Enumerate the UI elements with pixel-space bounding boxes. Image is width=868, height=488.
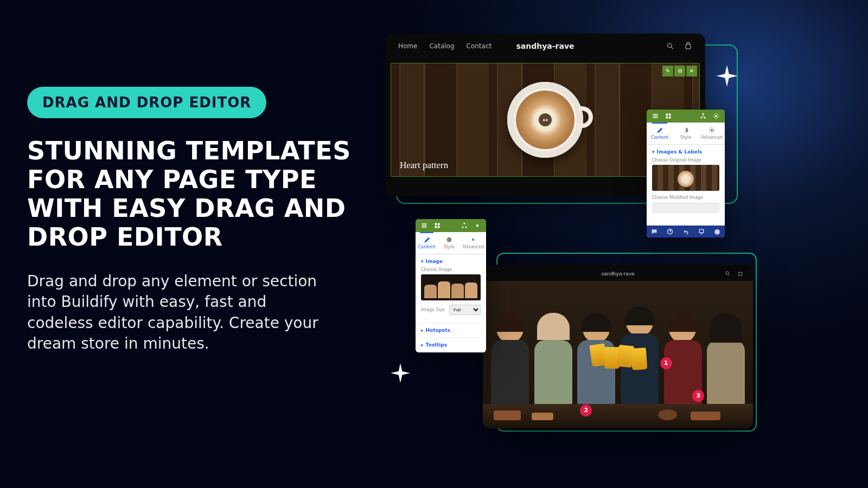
svg-rect-15: [435, 223, 437, 226]
save-icon[interactable]: [714, 228, 720, 235]
section-tooltips[interactable]: ▸ Tooltips: [421, 342, 481, 348]
compare-handle[interactable]: ↔: [539, 113, 552, 126]
svg-point-22: [476, 224, 479, 227]
search-icon[interactable]: [666, 41, 674, 51]
gear-icon[interactable]: [713, 113, 719, 119]
svg-rect-14: [699, 229, 704, 233]
editor-panel-a: Content Style Advanced ▾ Images & Labels…: [647, 110, 725, 237]
label-original-image: Choose Original Image: [652, 158, 719, 163]
svg-point-20: [462, 227, 464, 228]
tree-icon[interactable]: [461, 222, 468, 229]
image-thumb[interactable]: [421, 274, 481, 300]
store-brand-2: sandhya-rave: [601, 271, 635, 277]
tab-advanced[interactable]: Advanced: [461, 232, 487, 254]
svg-point-11: [711, 129, 713, 132]
sparkle-icon: [391, 363, 410, 387]
svg-point-9: [715, 115, 717, 117]
grid-icon[interactable]: [434, 222, 441, 229]
svg-rect-17: [435, 226, 437, 228]
cart-icon[interactable]: [737, 270, 743, 277]
section-hotspots[interactable]: ▸ Hotspots: [421, 328, 481, 333]
menu-icon[interactable]: [652, 113, 659, 119]
svg-point-19: [464, 223, 465, 224]
svg-point-23: [446, 237, 451, 242]
image-size-select[interactable]: Full: [449, 305, 481, 315]
tab-content[interactable]: Content: [647, 123, 673, 144]
undo-icon[interactable]: [682, 228, 689, 235]
svg-rect-18: [438, 226, 440, 228]
menu-icon[interactable]: [421, 222, 427, 229]
svg-point-24: [472, 239, 475, 241]
svg-rect-5: [669, 117, 671, 119]
headline: STUNNING TEMPLATES FOR ANY PAGE TYPE WIT…: [27, 137, 374, 252]
duplicate-icon[interactable]: ⧉: [674, 66, 685, 76]
search-icon[interactable]: [725, 270, 731, 277]
nav-catalog[interactable]: Catalog: [429, 42, 454, 50]
editor-panel-b: Content Style Advanced ▾ Image Choose Im…: [416, 219, 486, 352]
label-modified-image: Choose Modified Image: [652, 195, 719, 200]
svg-rect-4: [666, 117, 668, 119]
tab-advanced[interactable]: Advanced: [699, 123, 725, 144]
tree-icon[interactable]: [700, 113, 706, 119]
friends-image[interactable]: 1 2 3: [483, 281, 753, 428]
svg-point-0: [668, 43, 672, 48]
tab-content[interactable]: Content: [416, 232, 438, 254]
label-choose-image: Choose Image: [421, 267, 481, 272]
tab-style[interactable]: Style: [438, 232, 460, 254]
nav-home[interactable]: Home: [398, 42, 417, 50]
nav-contact[interactable]: Contact: [467, 42, 492, 50]
original-image-thumb[interactable]: [652, 165, 719, 191]
delete-icon[interactable]: ✕: [686, 66, 697, 76]
svg-rect-2: [666, 114, 668, 116]
device-icon[interactable]: [698, 228, 705, 235]
grid-icon[interactable]: [665, 113, 672, 119]
svg-rect-26: [738, 272, 742, 275]
cart-icon[interactable]: [684, 41, 692, 51]
svg-point-21: [465, 227, 467, 228]
gear-icon[interactable]: [474, 222, 481, 229]
svg-rect-3: [669, 114, 671, 116]
label-image-size: Image Size: [421, 307, 445, 312]
feature-badge: DRAG AND DROP EDITOR: [27, 87, 266, 118]
section-images-labels[interactable]: ▾ Images & Labels: [652, 149, 719, 155]
svg-rect-1: [686, 44, 691, 49]
modified-image-thumb[interactable]: [652, 202, 719, 213]
svg-point-25: [726, 272, 729, 275]
section-image[interactable]: ▾ Image: [421, 259, 481, 264]
svg-rect-16: [438, 223, 440, 226]
chat-icon[interactable]: [651, 228, 658, 235]
description: Drag and drop any element or section int…: [27, 271, 331, 355]
preview-window-2: sandhya-rave 1 2 3: [483, 265, 753, 428]
svg-point-6: [703, 113, 704, 115]
help-icon[interactable]: [667, 228, 673, 235]
edit-icon[interactable]: ✎: [662, 66, 673, 76]
store-brand: sandhya-rave: [516, 42, 574, 50]
hotspot-1[interactable]: 1: [660, 357, 672, 369]
image-caption: Heart pattern: [400, 160, 448, 171]
tab-style[interactable]: Style: [673, 123, 699, 144]
